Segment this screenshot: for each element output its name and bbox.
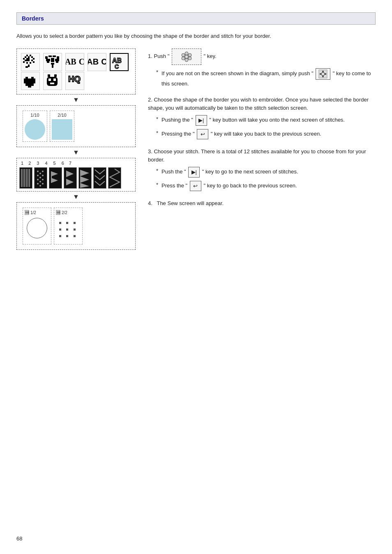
svg-rect-11 (26, 62, 28, 64)
border-label-1: 1/10 (30, 113, 39, 118)
svg-point-53 (39, 173, 41, 174)
page-number-value: 68 (16, 536, 22, 542)
svg-point-55 (42, 179, 44, 180)
svg-point-50 (42, 171, 44, 172)
sew-panel-1: 1/2 (23, 208, 51, 245)
pattern-cell-8: HQ (65, 72, 84, 90)
svg-rect-70 (25, 211, 26, 214)
svg-point-82 (182, 53, 185, 57)
svg-text:1/2: 1/2 (30, 210, 36, 215)
svg-point-51 (37, 175, 39, 176)
sew-screen: 1/2 2/2 (19, 205, 133, 247)
svg-rect-48 (29, 169, 30, 187)
svg-rect-19 (57, 56, 59, 59)
step-1: 1. Push " (148, 48, 376, 88)
screen2-box: 1/10 2/10 (16, 105, 136, 147)
stitch-num-1: 1 (21, 161, 23, 166)
svg-point-57 (39, 181, 41, 182)
svg-rect-9 (31, 60, 33, 61)
step-3-sub1-text: Push the " ▶| " key to go to the next sc… (161, 167, 298, 178)
screen4-box: 1/2 2/2 (16, 202, 136, 250)
sew-dots-area (56, 218, 81, 242)
svg-point-52 (42, 175, 44, 176)
step-2-number: 2. (148, 97, 152, 103)
svg-rect-31 (24, 78, 30, 81)
svg-rect-39 (48, 78, 51, 81)
svg-rect-47 (28, 169, 28, 187)
border-rect-shape (52, 119, 72, 140)
svg-rect-91 (322, 76, 324, 77)
svg-rect-93 (325, 73, 326, 75)
svg-rect-18 (53, 55, 56, 57)
pattern-cell-2 (43, 53, 62, 71)
svg-rect-35 (28, 86, 31, 88)
stitch-cell-6 (93, 167, 106, 189)
left-panel: ABC ABC AB C (16, 48, 136, 252)
step-4-number: 4. (148, 200, 152, 206)
prev-screen-key-1: ↩ (197, 129, 208, 140)
border-shape-screen: 1/10 2/10 (19, 108, 133, 144)
svg-rect-90 (322, 71, 324, 72)
border-circle-shape (25, 119, 45, 140)
svg-point-60 (39, 185, 41, 187)
sew-circle-shape (27, 218, 47, 238)
svg-text:2/2: 2/2 (62, 210, 67, 215)
svg-rect-2 (25, 56, 26, 58)
svg-rect-41 (50, 83, 54, 84)
svg-rect-37 (54, 74, 57, 77)
svg-marker-66 (80, 170, 89, 176)
right-panel: 1. Push " (148, 48, 376, 216)
border-option-1: 1/10 (23, 111, 47, 142)
pattern-cell-1 (21, 53, 40, 71)
svg-point-56 (39, 177, 41, 178)
step-2-sub-2: * Pressing the " ↩ " key will take you b… (156, 129, 376, 140)
step-1-number: 1. (148, 53, 152, 59)
svg-rect-14 (28, 65, 30, 67)
svg-rect-22 (55, 59, 59, 61)
arrow-2: ▼ (16, 149, 136, 156)
stitch-cell-5 (78, 167, 92, 189)
svg-marker-64 (66, 171, 74, 177)
svg-point-81 (185, 58, 188, 62)
svg-rect-16 (45, 56, 48, 59)
svg-rect-46 (26, 169, 27, 187)
svg-rect-21 (51, 58, 54, 62)
svg-rect-12 (30, 62, 31, 64)
svg-rect-17 (48, 55, 52, 57)
stitch-cell-4 (64, 167, 77, 189)
arrow-3: ▼ (16, 193, 136, 201)
pattern-cell-5: AB C (110, 53, 129, 71)
stitch-cell-3 (49, 167, 62, 189)
step-1-sub-1: * If you are not on the screen shown in … (156, 68, 376, 88)
svg-rect-92 (320, 73, 321, 75)
svg-point-58 (37, 183, 39, 185)
step-1-sub-text: If you are not on the screen shown in th… (161, 68, 376, 88)
step-1-text: 1. Push " (148, 48, 376, 65)
svg-rect-75 (57, 211, 58, 214)
svg-rect-4 (31, 56, 33, 58)
svg-rect-1 (30, 55, 31, 56)
svg-point-59 (42, 183, 44, 185)
step-2-bullet-2: * (156, 129, 158, 137)
step-4: 4. The Sew screen will appear. (148, 199, 376, 208)
svg-rect-5 (23, 58, 25, 60)
stitch-cell-1 (19, 167, 32, 189)
svg-rect-6 (26, 58, 30, 61)
step-2-sub-1: * Pushing the " ▶| " key button will tak… (156, 115, 376, 126)
stitch-numbers-row: 1 2 3 4 5 6 7 (19, 161, 133, 166)
svg-rect-26 (52, 65, 53, 68)
step-3-header: 3. Choose your stitch. There is a total … (148, 148, 376, 164)
border-label-2: 2/10 (58, 113, 66, 118)
pattern-cell-4: ABC (88, 53, 106, 71)
sew-panel-2: 2/2 (54, 208, 83, 245)
svg-marker-62 (51, 178, 58, 183)
svg-rect-23 (47, 61, 49, 63)
svg-text:HQ: HQ (68, 74, 81, 83)
svg-marker-68 (80, 183, 89, 188)
svg-text:C: C (115, 63, 119, 70)
svg-marker-61 (51, 171, 58, 176)
svg-rect-13 (33, 61, 35, 63)
stitch-cell-2 (34, 167, 47, 189)
svg-rect-77 (59, 211, 60, 214)
step-2-sub1-text: Pushing the " ▶| " key button will take … (161, 115, 345, 126)
